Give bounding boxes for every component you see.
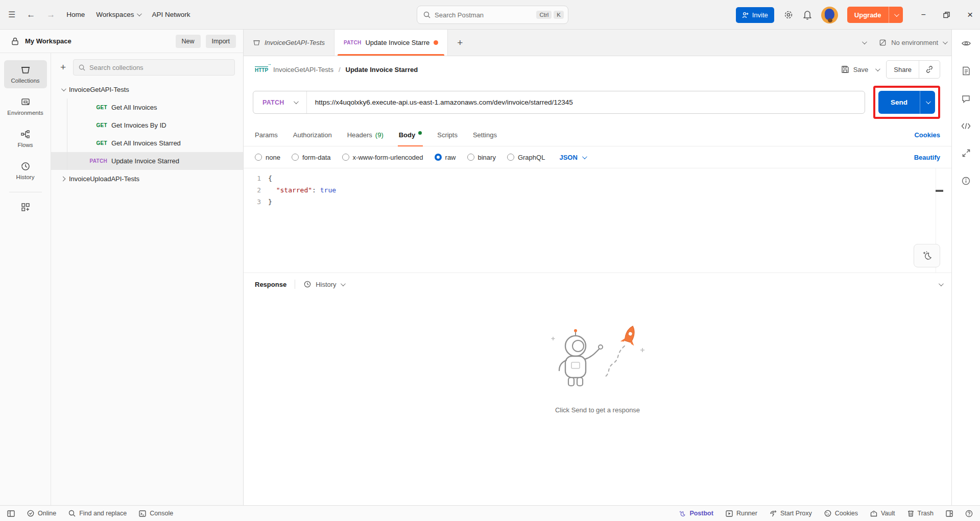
postbot-button[interactable]: Postbot [672,510,720,517]
upgrade-dropdown[interactable] [889,7,903,23]
mode-binary[interactable]: binary [467,154,496,161]
console-label: Console [150,510,173,517]
copy-link-button[interactable] [919,61,940,78]
environment-quick-look-icon[interactable] [962,40,971,47]
cookies-button[interactable]: Cookies [818,510,864,517]
history-label: History [316,281,336,288]
tab-body[interactable]: Body [399,124,422,146]
tree-request-update-invoice-starred[interactable]: PATCH Update Invoice Starred [51,152,243,170]
cookies-link[interactable]: Cookies [914,131,940,139]
mode-raw[interactable]: raw [435,154,456,161]
breadcrumb-collection[interactable]: InvoiceGetAPI-Tests [273,66,333,73]
sidebar-item-history[interactable]: History [4,157,47,185]
postbot-icon [678,510,686,517]
tab-update-invoice-starred[interactable]: PATCH Update Invoice Starre [334,30,448,56]
notifications-bell-icon[interactable] [803,10,812,20]
info-icon[interactable] [962,177,970,185]
back-icon[interactable]: ← [27,10,35,20]
language-dropdown[interactable]: JSON [559,154,585,161]
help-button[interactable] [959,510,974,517]
toggle-sidebar-button[interactable] [6,510,21,517]
radio-icon [292,154,299,161]
new-tab-button[interactable]: + [455,37,465,48]
sidebar-item-flows[interactable]: Flows [4,125,47,153]
hamburger-menu-icon[interactable]: ☰ [8,10,15,19]
method-dropdown[interactable]: PATCH [253,91,307,113]
send-options-dropdown[interactable] [920,91,935,114]
related-requests-icon[interactable] [962,149,970,157]
vault-button[interactable]: Vault [864,510,901,517]
tree-request-get-all-invoices-starred[interactable]: GET Get All Invoices Starred [51,134,243,152]
response-history-dropdown[interactable]: History [303,280,344,288]
search-input[interactable]: Search Postman Ctrl K [417,6,568,24]
search-collections-input[interactable]: Search collections [73,59,235,76]
connection-status[interactable]: Online [21,510,62,517]
chevron-down-icon[interactable] [862,39,867,44]
documentation-icon[interactable] [962,66,970,76]
mode-graphql[interactable]: GraphQL [507,154,545,161]
find-and-replace-button[interactable]: Find and replace [62,510,133,517]
sidebar-item-environments[interactable]: Environments [4,92,47,120]
trash-button[interactable]: Trash [901,510,940,517]
panel-layout-icon [946,510,953,517]
send-button[interactable]: Send [878,91,920,114]
tab-invoiceget-collection[interactable]: InvoiceGetAPI-Tests [244,30,334,56]
workspace-title[interactable]: My Workspace [25,37,171,45]
runner-label: Runner [736,510,757,517]
invite-label: Invite [752,11,768,19]
mode-x-www-form-urlencoded[interactable]: x-www-form-urlencoded [342,154,423,161]
mode-form-data[interactable]: form-data [292,154,331,161]
tree-request-get-invoices-by-id[interactable]: GET Get Invoices By ID [51,116,243,134]
send-annotation-box: Send [873,86,940,119]
environment-selector[interactable]: No environment [879,39,946,46]
code-line: { [268,172,272,184]
code-snippet-icon[interactable] [961,122,971,130]
runner-button[interactable]: Runner [720,510,763,517]
tree-request-get-all-invoices[interactable]: GET Get All Invoices [51,98,243,116]
avatar[interactable] [821,7,838,23]
toggle-panel-button[interactable] [940,510,959,517]
nav-home[interactable]: Home [66,11,85,18]
forward-icon[interactable]: → [46,10,55,20]
collapse-response-chevron[interactable] [939,281,944,286]
console-button[interactable]: Console [133,510,179,517]
save-options-chevron[interactable] [875,66,880,71]
tab-settings[interactable]: Settings [473,124,497,146]
mode-none[interactable]: none [255,154,280,161]
tab-params[interactable]: Params [255,124,278,146]
window-minimize-button[interactable]: − [921,10,926,19]
collection-icon [253,39,260,46]
request-title[interactable]: Update Invoice Starred [346,66,418,73]
find-icon [68,510,76,517]
comments-icon[interactable] [962,95,970,103]
invite-button[interactable]: Invite [736,7,774,23]
editor-scrollbar-thumb[interactable] [936,190,943,192]
nav-workspaces[interactable]: Workspaces [96,11,140,18]
sidebar-item-collections[interactable]: Collections [4,60,47,88]
response-empty-state: Click Send to get a response [244,321,951,414]
import-button[interactable]: Import [206,35,236,48]
nav-api-network[interactable]: API Network [152,11,190,18]
new-button[interactable]: New [176,35,201,48]
share-button[interactable]: Share [887,66,919,73]
beautify-link[interactable]: Beautify [914,154,940,161]
window-close-button[interactable]: × [967,9,973,20]
tab-scripts[interactable]: Scripts [437,124,458,146]
url-input[interactable]: https://x4uqolxky6.execute-api.us-east-1… [307,98,581,106]
body-editor[interactable]: 1{ 2 "starred": true 3} [244,168,951,273]
settings-gear-icon[interactable] [783,10,794,20]
tab-headers[interactable]: Headers(9) [347,124,384,146]
save-button[interactable]: Save [841,65,869,73]
sidebar-item-configure-sidebar[interactable] [4,200,47,215]
flows-label: Flows [17,142,33,148]
tree-collection-invoiceget[interactable]: InvoiceGetAPI-Tests [51,81,243,98]
add-collection-button[interactable]: + [58,62,68,73]
postbot-editor-button[interactable] [914,244,940,267]
tree-collection-invoiceupload[interactable]: InvoiceUploadAPI-Tests [51,170,243,188]
save-floppy-icon [841,65,849,73]
window-restore-button[interactable] [943,12,950,18]
code-line: "starred": true [268,184,336,196]
start-proxy-button[interactable]: Start Proxy [763,510,818,517]
tab-authorization[interactable]: Authorization [293,124,332,146]
upgrade-button[interactable]: Upgrade [847,7,903,23]
